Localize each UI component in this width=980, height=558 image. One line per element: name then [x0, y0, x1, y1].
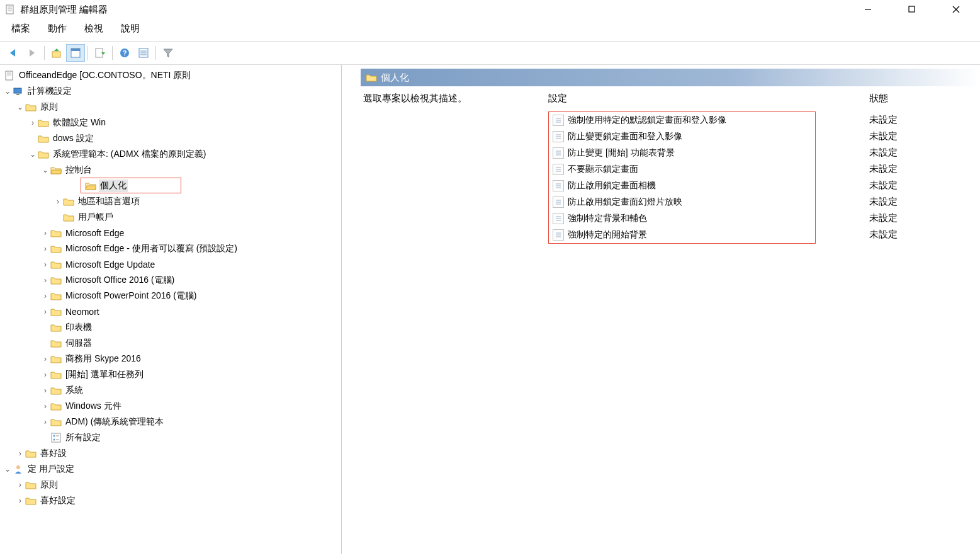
help-button[interactable]: ?	[115, 44, 134, 62]
tree-preferences2[interactable]: › 喜好設定	[0, 493, 341, 508]
expander-open-icon[interactable]: ⌄	[15, 102, 25, 112]
close-button[interactable]	[943, 1, 969, 18]
tree-system[interactable]: › 系統	[0, 382, 341, 398]
list-headers: 設定 狀態	[548, 93, 980, 106]
setting-item[interactable]: 不要顯示鎖定畫面	[549, 161, 815, 178]
expander-closed-icon[interactable]: ›	[40, 370, 50, 380]
setting-item[interactable]: 強制特定背景和輔色	[549, 210, 815, 227]
tree-label: Microsoft PowerPoint 2016 (電腦)	[64, 290, 198, 302]
expander-open-icon[interactable]: ⌄	[40, 165, 50, 175]
setting-item[interactable]: 防止變更 [開始] 功能表背景	[549, 145, 815, 161]
list-button[interactable]	[134, 44, 153, 62]
expander-closed-icon[interactable]: ›	[40, 354, 50, 364]
tree-personalization[interactable]: 個人化	[81, 178, 181, 193]
tree-all-settings[interactable]: › 所有設定	[0, 430, 341, 445]
tree-edge-override[interactable]: › Microsoft Edge - 使用者可以覆寫 (預設設定)	[0, 241, 341, 256]
expander-open-icon[interactable]: ⌄	[3, 86, 13, 96]
maximize-button[interactable]	[899, 1, 925, 18]
tree-adm[interactable]: › ADM) (傳統系統管理範本	[0, 414, 341, 430]
tree-server[interactable]: › 伺服器	[0, 335, 341, 351]
menu-help[interactable]: 說明	[118, 21, 142, 36]
expander-closed-icon[interactable]: ›	[40, 259, 50, 270]
details-header: 個人化	[361, 69, 980, 86]
folder-icon	[50, 322, 62, 333]
expander-closed-icon[interactable]: ›	[40, 244, 50, 254]
forward-button[interactable]	[23, 44, 42, 62]
tree-label: 原則	[39, 101, 59, 113]
tree-preferences[interactable]: › 喜好設	[0, 445, 341, 461]
tree-neomort[interactable]: › Neomort	[0, 304, 341, 319]
folder-open-icon	[50, 165, 62, 175]
tree-admin-templates[interactable]: ⌄ 系統管理範本: (ADMX 檔案的原則定義)	[0, 146, 341, 162]
tree-pane[interactable]: OfficeandEdge [OC.CONTOSO。NETI 原則 ⌄ 計算機設…	[0, 65, 342, 554]
svg-rect-23	[6, 71, 13, 80]
menu-action[interactable]: 動作	[45, 21, 69, 36]
expander-closed-icon[interactable]: ›	[40, 385, 50, 396]
setting-item[interactable]: 防止變更鎖定畫面和登入影像	[549, 128, 815, 145]
tree-policy2[interactable]: › 原則	[0, 477, 341, 493]
tree-label: 系統	[64, 384, 84, 397]
policy-item-icon	[553, 147, 564, 159]
setting-item[interactable]: 強制使用特定的默認鎖定畫面和登入影像	[549, 112, 815, 128]
expander-closed-icon[interactable]: ›	[15, 480, 25, 490]
svg-marker-9	[30, 49, 35, 57]
status-value: 未設定	[869, 144, 898, 161]
svg-marker-22	[164, 49, 172, 57]
tree-software-win[interactable]: › 軟體設定 Win	[0, 115, 341, 130]
tree-region-language[interactable]: › 地區和語言選項	[0, 193, 341, 209]
tree-user-accounts[interactable]: › 用戶帳戶	[0, 209, 341, 225]
expander-closed-icon[interactable]: ›	[15, 448, 25, 458]
tree-policy[interactable]: ⌄ 原則	[0, 99, 341, 115]
setting-item[interactable]: 防止啟用鎖定畫面相機	[549, 178, 815, 194]
expander-open-icon[interactable]: ⌄	[28, 149, 38, 159]
tree-root[interactable]: OfficeandEdge [OC.CONTOSO。NETI 原則	[0, 67, 341, 83]
svg-point-33	[16, 465, 20, 469]
tree-label: Microsoft Edge	[64, 227, 125, 239]
tree-label: 喜好設	[39, 447, 68, 460]
setting-item[interactable]: 防止啟用鎖定畫面幻燈片放映	[549, 194, 815, 210]
column-status-header[interactable]: 狀態	[869, 93, 920, 106]
tree-edge[interactable]: › Microsoft Edge	[0, 225, 341, 241]
tree-start-taskbar[interactable]: › [開始] 選單和任務列	[0, 367, 341, 382]
tree-user-config[interactable]: ⌄ 定 用戶設定	[0, 461, 341, 477]
folder-icon	[38, 149, 49, 159]
setting-label: 防止變更 [開始] 功能表背景	[568, 147, 675, 159]
minimize-button[interactable]	[855, 1, 881, 18]
tree-label: 個人化	[99, 179, 128, 192]
tree-label: 原則	[39, 479, 59, 491]
tree-dows-setting[interactable]: › dows 設定	[0, 130, 341, 146]
svg-rect-10	[52, 52, 60, 57]
back-button[interactable]	[4, 44, 23, 62]
expander-closed-icon[interactable]: ›	[40, 228, 50, 238]
tree-printer[interactable]: › 印表機	[0, 319, 341, 335]
expander-closed-icon[interactable]: ›	[40, 401, 50, 411]
svg-marker-11	[54, 48, 59, 51]
expander-open-icon[interactable]: ⌄	[3, 464, 13, 474]
expander-closed-icon[interactable]: ›	[28, 118, 38, 128]
expander-closed-icon[interactable]: ›	[15, 496, 25, 506]
filter-button[interactable]	[159, 44, 177, 62]
expander-closed-icon[interactable]: ›	[53, 196, 63, 207]
policy-icon	[4, 71, 15, 81]
tree-control-panel[interactable]: ⌄ 控制台	[0, 162, 341, 178]
properties-button[interactable]	[66, 44, 85, 62]
menu-file[interactable]: 檔案	[9, 21, 33, 36]
tree-office2016[interactable]: › Microsoft Office 2016 (電腦)	[0, 272, 341, 288]
up-button[interactable]	[47, 44, 66, 62]
tree-ppt2016[interactable]: › Microsoft PowerPoint 2016 (電腦)	[0, 288, 341, 304]
expander-closed-icon[interactable]: ›	[40, 307, 50, 317]
folder-icon	[50, 275, 62, 285]
expander-closed-icon[interactable]: ›	[40, 275, 50, 285]
column-setting-header[interactable]: 設定	[548, 93, 869, 106]
expander-closed-icon[interactable]: ›	[40, 291, 50, 301]
svg-rect-26	[14, 88, 21, 93]
svg-marker-8	[10, 49, 15, 57]
tree-computer-config[interactable]: ⌄ 計算機設定	[0, 83, 341, 99]
tree-windows-components[interactable]: › Windows 元件	[0, 398, 341, 414]
tree-skype[interactable]: › 商務用 Skype 2016	[0, 351, 341, 367]
menu-view[interactable]: 檢視	[82, 21, 106, 36]
tree-edge-update[interactable]: › Microsoft Edge Update	[0, 256, 341, 272]
expander-closed-icon[interactable]: ›	[40, 417, 50, 427]
export-button[interactable]	[91, 44, 110, 62]
setting-item[interactable]: 強制特定的開始背景	[549, 227, 815, 243]
